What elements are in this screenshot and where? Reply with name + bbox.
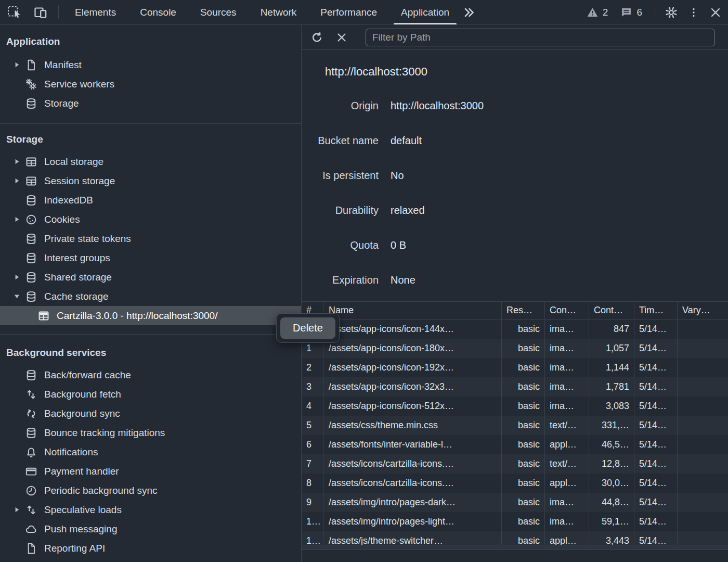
kebab-menu-icon[interactable] bbox=[687, 6, 700, 19]
expander-right-icon[interactable] bbox=[14, 177, 25, 184]
sidebar-item-local-storage[interactable]: Local storage bbox=[0, 152, 301, 171]
metadata-row: Durabilityrelaxed bbox=[302, 193, 728, 228]
sidebar-item-cookies[interactable]: Cookies bbox=[0, 210, 301, 229]
sidebar-item-private-state-tokens[interactable]: Private state tokens bbox=[0, 229, 301, 248]
settings-gear-icon[interactable] bbox=[665, 6, 678, 19]
expander-right-icon[interactable] bbox=[14, 158, 25, 165]
cell-content-type: appl… bbox=[545, 474, 589, 493]
database-icon bbox=[25, 252, 37, 264]
sidebar-item-cache-storage[interactable]: Cache storage bbox=[0, 287, 301, 306]
cell-content-type: text/… bbox=[545, 416, 589, 435]
expander-right-icon[interactable] bbox=[14, 274, 25, 280]
table-row[interactable]: 1…/assets/js/theme-switcher…basicappl…3,… bbox=[302, 531, 728, 545]
table-row[interactable]: 5/assets/css/theme.min.cssbasictext/…331… bbox=[302, 416, 728, 435]
cell-name: /assets/app-icons/icon-32x3… bbox=[323, 377, 502, 397]
expander-right-icon[interactable] bbox=[14, 61, 25, 68]
sidebar-item-cartzilla-3-0-0-http-localhost-3000[interactable]: Cartzilla-3.0.0 - http://localhost:3000/ bbox=[0, 306, 301, 325]
sidebar-item-indexeddb[interactable]: IndexedDB bbox=[0, 190, 301, 210]
table-row[interactable]: 2/assets/app-icons/icon-192x…basicima…1,… bbox=[302, 358, 728, 377]
sidebar-item-background-fetch[interactable]: Background fetch bbox=[0, 385, 301, 404]
metadata-value: default bbox=[391, 135, 422, 147]
sidebar-item-session-storage[interactable]: Session storage bbox=[0, 171, 301, 190]
sidebar-item-label: Periodic background sync bbox=[44, 485, 158, 496]
close-icon[interactable] bbox=[709, 6, 722, 19]
issues-warning-button[interactable]: 2 bbox=[587, 6, 608, 18]
sidebar-item-periodic-background-sync[interactable]: Periodic background sync bbox=[0, 481, 301, 500]
sidebar-item-notifications[interactable]: Notifications bbox=[0, 442, 301, 462]
cell-response-type: basic bbox=[502, 474, 545, 493]
sidebar-items: Back/forward cacheBackground fetchBackgr… bbox=[0, 365, 301, 558]
cell-name: /assets/app-icons/icon-512x… bbox=[323, 397, 502, 416]
column-header-name[interactable]: Name bbox=[323, 302, 502, 319]
sidebar-item-interest-groups[interactable]: Interest groups bbox=[0, 248, 301, 267]
sidebar-item-label: Cache storage bbox=[44, 291, 109, 302]
expander-right-icon[interactable] bbox=[14, 506, 25, 513]
refresh-icon[interactable] bbox=[310, 31, 324, 44]
sidebar-item-service-workers[interactable]: Service workers bbox=[0, 74, 301, 94]
clear-icon[interactable] bbox=[335, 31, 348, 44]
cell-time-cached: 5/14… bbox=[634, 493, 678, 512]
table-row[interactable]: 8/assets/icons/cartzilla-icons.…basicapp… bbox=[302, 474, 728, 493]
table-row[interactable]: 6/assets/fonts/inter-variable-l…basicapp… bbox=[302, 435, 728, 454]
sidebar-item-label: Background sync bbox=[44, 408, 120, 419]
sidebar-item-shared-storage[interactable]: Shared storage bbox=[0, 267, 301, 287]
expander-spacer bbox=[14, 81, 25, 87]
devtools-body: ApplicationManifestService workersStorag… bbox=[0, 25, 728, 562]
cell-name: /assets/fonts/inter-variable-l… bbox=[323, 435, 502, 454]
expander-spacer bbox=[14, 468, 25, 475]
cell-name: /assets/css/theme.min.css bbox=[323, 416, 502, 435]
expander-down-icon[interactable] bbox=[14, 293, 25, 300]
sidebar-item-bounce-tracking-mitigations[interactable]: Bounce tracking mitigations bbox=[0, 423, 301, 442]
cell-name: /assets/app-icons/icon-144x… bbox=[323, 320, 502, 339]
table-row[interactable]: 4/assets/app-icons/icon-512x…basicima…3,… bbox=[302, 397, 728, 416]
filter-input[interactable] bbox=[366, 29, 715, 46]
tab-elements[interactable]: Elements bbox=[63, 0, 128, 24]
tab-network[interactable]: Network bbox=[249, 0, 309, 24]
sidebar-item-reporting-api[interactable]: Reporting API bbox=[0, 539, 301, 558]
console-messages-button[interactable]: 6 bbox=[620, 6, 642, 18]
sidebar-item-label: Private state tokens bbox=[44, 233, 131, 245]
column-header-time-cached[interactable]: Tim… bbox=[634, 302, 678, 319]
sidebar-item-push-messaging[interactable]: Push messaging bbox=[0, 519, 301, 539]
file-icon bbox=[25, 59, 37, 71]
inspect-icon[interactable] bbox=[7, 6, 21, 19]
more-tabs-icon[interactable] bbox=[462, 6, 476, 19]
expander-right-icon[interactable] bbox=[14, 216, 25, 223]
column-header-response-type[interactable]: Res… bbox=[502, 302, 545, 319]
column-header-content-length[interactable]: Cont… bbox=[589, 302, 634, 319]
cell-time-cached: 5/14… bbox=[634, 435, 678, 454]
table-row[interactable]: 7/assets/icons/cartzilla-icons.…basictex… bbox=[302, 454, 728, 474]
sidebar-item-storage[interactable]: Storage bbox=[0, 94, 301, 113]
table-row[interactable]: 3/assets/app-icons/icon-32x3…basicima…1,… bbox=[302, 377, 728, 397]
metadata-label: Expiration bbox=[302, 274, 379, 286]
column-header-content-type[interactable]: Con… bbox=[545, 302, 589, 319]
cell-num: 3 bbox=[302, 377, 323, 397]
device-toolbar-icon[interactable] bbox=[34, 6, 47, 19]
tab-console[interactable]: Console bbox=[128, 0, 188, 24]
table-row[interactable]: 1/assets/app-icons/icon-180x…basicima…1,… bbox=[302, 339, 728, 358]
tab-sources[interactable]: Sources bbox=[188, 0, 249, 24]
tab-application[interactable]: Application bbox=[389, 0, 461, 24]
tab-performance[interactable]: Performance bbox=[308, 0, 389, 24]
table-row[interactable]: 0/assets/app-icons/icon-144x…basicima…84… bbox=[302, 320, 728, 339]
sidebar-item-back-forward-cache[interactable]: Back/forward cache bbox=[0, 365, 301, 385]
sidebar-item-payment-handler[interactable]: Payment handler bbox=[0, 462, 301, 481]
metadata-value: 0 B bbox=[391, 239, 406, 251]
database-icon bbox=[25, 369, 37, 381]
cell-content-type: text/… bbox=[545, 454, 589, 474]
metadata-label: Origin bbox=[302, 100, 379, 112]
sidebar-item-manifest[interactable]: Manifest bbox=[0, 55, 301, 74]
expander-spacer bbox=[26, 312, 37, 319]
sidebar-item-background-sync[interactable]: Background sync bbox=[0, 404, 301, 423]
expander-spacer bbox=[14, 372, 25, 378]
cell-vary bbox=[678, 416, 728, 435]
column-header-vary[interactable]: Vary… bbox=[678, 302, 728, 319]
table-row[interactable]: 1…/assets/img/intro/pages-light…basicima… bbox=[302, 512, 728, 531]
cell-name: /assets/app-icons/icon-180x… bbox=[323, 339, 502, 358]
sidebar-item-speculative-loads[interactable]: Speculative loads bbox=[0, 500, 301, 519]
expander-spacer bbox=[14, 100, 25, 107]
table-row[interactable]: 9/assets/img/intro/pages-dark…basicima…4… bbox=[302, 493, 728, 512]
cell-vary bbox=[678, 358, 728, 377]
delete-menu-item[interactable]: Delete bbox=[280, 317, 335, 339]
horizontal-scrollbar[interactable] bbox=[302, 545, 728, 550]
